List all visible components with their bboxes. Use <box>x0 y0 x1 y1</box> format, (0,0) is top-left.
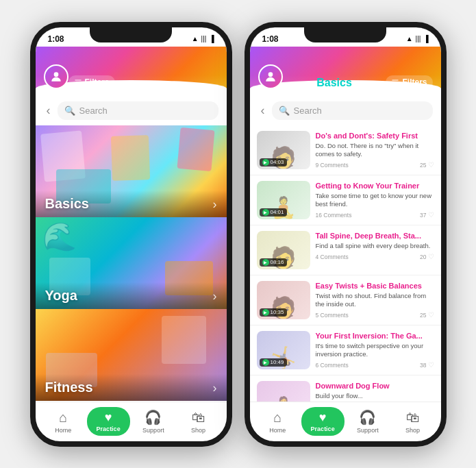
video-likes-1: 25 ♡ <box>420 161 434 169</box>
wifi-icon-2: ▲ <box>406 35 413 42</box>
fitness-label: Fitness <box>45 380 93 395</box>
video-title-3: Tall Spine, Deep Breath, Sta... <box>316 231 434 241</box>
video-item-4[interactable]: 🧑 ▶ 10:35 Easy Twists + Basic Balances T… <box>250 275 441 325</box>
heart-icon-5: ♡ <box>428 361 434 369</box>
search-bar-1: ‹ 🔍 Search <box>36 96 227 125</box>
video-item-1[interactable]: 🧑 ▶ 04:03 Do's and Dont's: Safety First … <box>250 125 441 175</box>
nav-shop-2[interactable]: 🛍 Shop <box>390 410 436 434</box>
video-item-3[interactable]: 🧑 ▶ 08:16 Tall Spine, Deep Breath, Sta..… <box>250 225 441 275</box>
filters-button-1[interactable]: Filters <box>68 75 115 89</box>
video-meta-1: 9 Comments 25 ♡ <box>316 161 434 169</box>
video-desc-2: Take some time to get to know your new b… <box>316 192 434 209</box>
status-icons-1: ▲ ||| ▐ <box>192 35 214 42</box>
support-icon-2: 🎧 <box>359 409 376 426</box>
home-icon-2: ⌂ <box>273 410 281 426</box>
nav-home-1[interactable]: ⌂ Home <box>41 410 86 434</box>
basics-label: Basics <box>45 196 90 212</box>
nav-home-2[interactable]: ⌂ Home <box>255 410 301 434</box>
nav-support-1[interactable]: 🎧 Support <box>131 409 176 434</box>
heart-icon-2: ♡ <box>428 211 434 219</box>
categories-list: Basics › 🌊 Yoga › <box>36 125 227 402</box>
heart-icon-4: ♡ <box>428 311 434 319</box>
filters-button-2[interactable]: Filters <box>386 75 432 89</box>
video-comments-2: 16 Comments <box>316 212 352 219</box>
phones-container: 1:08 ▲ ||| ▐ <box>23 15 453 454</box>
video-desc-1: Do. Do not. There is no "try" when it co… <box>316 142 434 159</box>
bottom-nav-1: ⌂ Home ♥ Practice 🎧 Support 🛍 Shop <box>36 402 227 441</box>
bottom-nav-2: ⌂ Home ♥ Practice 🎧 Support 🛍 Shop <box>250 402 441 441</box>
nav-support-2[interactable]: 🎧 Support <box>345 409 390 434</box>
phone-2: 1:08 ▲ ||| ▐ Basics <box>245 22 447 447</box>
back-button-1[interactable]: ‹ <box>44 103 53 118</box>
avatar-1[interactable] <box>44 64 68 89</box>
search-placeholder-2: Search <box>294 106 322 116</box>
shop-icon-1: 🛍 <box>192 410 205 426</box>
status-time-1: 1:08 <box>48 34 64 44</box>
video-item-5[interactable]: 🤸 ▶ 10:49 Your First Inversion: The Ga..… <box>250 325 441 375</box>
search-input-wrap-2[interactable]: 🔍 Search <box>272 101 433 120</box>
shop-icon-2: 🛍 <box>406 410 420 426</box>
nav-practice-1[interactable]: ♥ Practice <box>86 407 131 436</box>
back-button-2[interactable]: ‹ <box>258 103 268 118</box>
yoga-chevron: › <box>213 289 217 304</box>
video-desc-6: Build your flow... <box>316 392 434 400</box>
video-item-6[interactable]: 🧘 ▶ 09:22 Downward Dog Flow Build your f… <box>250 375 441 402</box>
home-label-2: Home <box>269 427 286 434</box>
practice-label-1: Practice <box>97 426 121 432</box>
support-label-2: Support <box>357 427 379 434</box>
nav-practice-2[interactable]: ♥ Practice <box>300 407 345 436</box>
video-comments-1: 9 Comments <box>316 162 349 169</box>
video-meta-2: 16 Comments 37 ♡ <box>316 211 434 219</box>
video-info-5: Your First Inversion: The Ga... It's tim… <box>316 331 434 369</box>
category-yoga[interactable]: 🌊 Yoga › <box>36 217 227 309</box>
video-item-2[interactable]: 🧘 ▶ 04:01 Getting to Know Your Trainer T… <box>250 175 441 225</box>
status-bar-1: 1:08 ▲ ||| ▐ <box>36 27 227 47</box>
search-icon-1: 🔍 <box>64 106 75 116</box>
search-icon-2: 🔍 <box>279 106 290 116</box>
svg-point-4 <box>268 72 273 77</box>
category-fitness[interactable]: Fitness › <box>36 309 227 401</box>
home-label-1: Home <box>55 427 71 434</box>
basics-overlay: Basics › <box>36 190 227 217</box>
search-placeholder-1: Search <box>79 106 108 116</box>
battery-icon: ▐ <box>209 35 214 42</box>
play-icon-3: ▶ <box>262 259 269 266</box>
play-icon-1: ▶ <box>262 159 269 166</box>
play-icon-5: ▶ <box>262 359 269 366</box>
heart-icon-3: ♡ <box>428 253 434 260</box>
practice-icon-1: ♥ <box>105 410 112 425</box>
video-info-1: Do's and Dont's: Safety First Do. Do not… <box>316 131 434 169</box>
support-icon-1: 🎧 <box>145 409 162 426</box>
wifi-icon: ▲ <box>192 35 199 42</box>
header-title-2: Basics <box>283 77 386 89</box>
video-title-4: Easy Twists + Basic Balances <box>316 281 434 291</box>
avatar-2[interactable] <box>258 64 283 89</box>
status-time-2: 1:08 <box>262 34 279 44</box>
play-icon-2: ▶ <box>262 209 269 216</box>
video-title-5: Your First Inversion: The Ga... <box>316 331 434 341</box>
video-desc-4: Twist with no shout. Find balance from t… <box>316 292 434 309</box>
video-meta-5: 6 Comments 38 ♡ <box>316 361 434 369</box>
yoga-overlay: Yoga › <box>36 282 227 309</box>
category-basics[interactable]: Basics › <box>36 125 227 217</box>
practice-icon-2: ♥ <box>319 410 327 425</box>
nav-shop-1[interactable]: 🛍 Shop <box>176 410 221 434</box>
video-title-6: Downward Dog Flow <box>316 381 434 391</box>
video-desc-3: Find a tall spine with every deep breath… <box>316 242 434 250</box>
video-thumb-5: 🤸 ▶ 10:49 <box>257 331 310 369</box>
svg-point-0 <box>53 72 58 77</box>
search-input-wrap-1[interactable]: 🔍 Search <box>58 101 218 120</box>
practice-label-2: Practice <box>311 426 335 432</box>
status-icons-2: ▲ ||| ▐ <box>406 35 429 42</box>
video-info-6: Downward Dog Flow Build your flow... <box>316 381 434 402</box>
video-likes-2: 37 ♡ <box>420 211 434 219</box>
video-comments-3: 4 Comments <box>316 254 349 260</box>
video-info-4: Easy Twists + Basic Balances Twist with … <box>316 281 434 319</box>
video-likes-3: 20 ♡ <box>420 253 434 260</box>
shop-label-2: Shop <box>405 427 420 434</box>
fitness-chevron: › <box>213 381 217 395</box>
practice-pill-2: ♥ Practice <box>301 407 345 436</box>
status-bar-2: 1:08 ▲ ||| ▐ <box>250 27 441 47</box>
play-badge-1: ▶ 04:03 <box>260 158 287 167</box>
practice-pill-1: ♥ Practice <box>87 407 130 436</box>
